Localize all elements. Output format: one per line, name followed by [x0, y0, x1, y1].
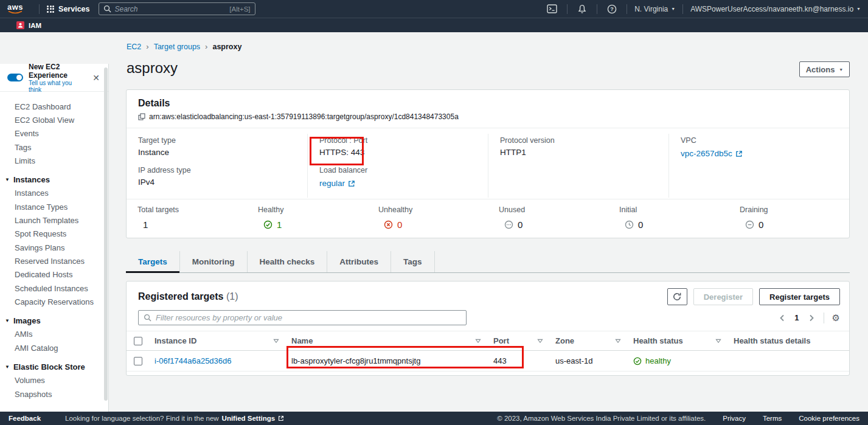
tab-health-checks[interactable]: Health checks: [248, 251, 328, 272]
sidebar-item-amis[interactable]: AMIs: [0, 328, 108, 341]
load-balancer-label: Load balancer: [319, 166, 476, 174]
breadcrumb-separator: ›: [146, 42, 148, 51]
help-button[interactable]: ?: [605, 4, 619, 14]
zone-cell: us-east-1d: [550, 356, 628, 365]
sidebar-item-launch-templates[interactable]: Launch Templates: [0, 213, 108, 227]
tab-attributes[interactable]: Attributes: [327, 251, 391, 272]
sort-icon[interactable]: [615, 339, 621, 344]
stat-total-targets: Total targets 1: [127, 206, 247, 230]
new-experience-toggle[interactable]: [7, 74, 23, 81]
page-title: asproxy: [127, 60, 178, 77]
sidebar-item-capacity-reservations[interactable]: Capacity Reservations: [0, 295, 108, 308]
footer: Feedback Looking for language selection?…: [0, 412, 868, 425]
recent-service-link[interactable]: IAM: [29, 22, 41, 29]
current-page-number[interactable]: 1: [792, 313, 801, 322]
breadcrumb-ec2[interactable]: EC2: [127, 43, 141, 51]
divider: [627, 4, 627, 14]
region-label: N. Virginia: [634, 5, 668, 13]
sidebar-item-instances[interactable]: Instances: [0, 187, 108, 200]
divider: [567, 4, 568, 14]
load-balancer-link[interactable]: regular: [319, 179, 355, 188]
sort-icon[interactable]: [715, 339, 721, 344]
external-link-icon: [735, 150, 743, 157]
protocol-port-value: HTTPS: 443: [319, 148, 476, 157]
notifications-button[interactable]: [575, 4, 589, 14]
table-settings-gear-icon[interactable]: ⚙: [832, 313, 840, 323]
sidebar-item-volumes[interactable]: Volumes: [0, 374, 108, 387]
select-all-checkbox[interactable]: [134, 337, 142, 345]
sidebar-item-snapshots[interactable]: Snapshots: [0, 387, 108, 401]
minus-circle-icon: [745, 220, 754, 229]
sidebar-item-dedicated-hosts[interactable]: Dedicated Hosts: [0, 268, 108, 282]
region-selector[interactable]: N. Virginia ▼: [634, 5, 675, 13]
iam-service-icon[interactable]: [16, 21, 24, 29]
cookie-preferences-link[interactable]: Cookie preferences: [799, 415, 859, 422]
search-icon: [144, 314, 151, 322]
external-link-icon: [278, 415, 284, 421]
filter-input[interactable]: [156, 313, 461, 322]
tab-monitoring[interactable]: Monitoring: [180, 251, 248, 272]
sidebar-item-ec2-dashboard[interactable]: EC2 Dashboard: [0, 100, 108, 113]
column-header-zone[interactable]: Zone: [550, 336, 628, 345]
previous-page-button[interactable]: [778, 313, 786, 323]
sidebar-section-images[interactable]: ▼Images: [0, 314, 108, 327]
unified-settings-link[interactable]: Unified Settings: [222, 415, 276, 422]
sidebar-item-reserved-instances[interactable]: Reserved Instances: [0, 254, 108, 268]
sort-icon[interactable]: [273, 339, 279, 344]
sidebar-nav: EC2 Dashboard EC2 Global View Events Tag…: [0, 92, 108, 401]
privacy-link[interactable]: Privacy: [723, 415, 746, 422]
sidebar-item-instance-types[interactable]: Instance Types: [0, 200, 108, 213]
services-menu[interactable]: Services: [47, 5, 89, 13]
feedback-button[interactable]: Feedback: [9, 415, 41, 422]
sidebar-item-tags[interactable]: Tags: [0, 140, 108, 154]
sort-icon[interactable]: [475, 339, 481, 344]
tab-tags[interactable]: Tags: [391, 251, 435, 272]
sidebar-item-events[interactable]: Events: [0, 127, 108, 140]
search-bar[interactable]: [Alt+S]: [99, 2, 255, 15]
terms-link[interactable]: Terms: [763, 415, 782, 422]
account-label: AWSPowerUserAccess/navaneeth.kn@harness.…: [690, 5, 853, 13]
sidebar-section-elastic-block-store[interactable]: ▼Elastic Block Store: [0, 360, 108, 373]
row-checkbox[interactable]: [134, 357, 142, 365]
deregister-button[interactable]: Deregister: [693, 288, 753, 305]
x-circle-icon: [384, 220, 393, 229]
sidebar-item-ec2-global-view[interactable]: EC2 Global View: [0, 113, 108, 126]
cloudshell-button[interactable]: [544, 4, 560, 13]
sidebar-section-instances[interactable]: ▼Instances: [0, 173, 108, 186]
sidebar-item-savings-plans[interactable]: Savings Plans: [0, 241, 108, 254]
registered-targets-title: Registered targets (1): [138, 291, 238, 302]
actions-button[interactable]: Actions ▼: [799, 61, 850, 77]
target-name-cell: lb-asproxytyler-cfcg8jru1tmmqpntsjtg: [286, 356, 488, 365]
column-header-instance-id[interactable]: Instance ID: [150, 336, 286, 345]
filter-box[interactable]: [138, 310, 467, 325]
chevron-down-icon: ▼: [5, 177, 10, 182]
sidebar-item-limits[interactable]: Limits: [0, 154, 108, 167]
column-header-port[interactable]: Port: [488, 336, 550, 345]
health-status-cell: healthy: [628, 356, 729, 365]
sort-icon[interactable]: [537, 339, 543, 344]
copy-icon[interactable]: [138, 113, 145, 120]
tab-targets[interactable]: Targets: [126, 251, 180, 272]
sidebar-scrollbar[interactable]: [104, 67, 108, 401]
close-icon[interactable]: ✕: [90, 72, 102, 84]
feedback-link[interactable]: Tell us what you think: [29, 80, 85, 93]
new-experience-panel: New EC2 Experience Tell us what you thin…: [0, 64, 108, 92]
register-targets-button[interactable]: Register targets: [759, 288, 840, 305]
refresh-icon: [672, 292, 682, 302]
column-header-health-status[interactable]: Health status: [628, 336, 729, 345]
column-header-health-status-details: Health status details: [729, 336, 849, 345]
sidebar-item-spot-requests[interactable]: Spot Requests: [0, 227, 108, 241]
search-shortcut: [Alt+S]: [229, 5, 250, 13]
search-input[interactable]: [115, 5, 226, 13]
aws-logo[interactable]: aws: [7, 4, 23, 15]
column-header-name[interactable]: Name: [286, 336, 488, 345]
vpc-link[interactable]: vpc-2657db5c: [681, 149, 743, 158]
sidebar: New EC2 Experience Tell us what you thin…: [0, 64, 109, 412]
instance-id-link[interactable]: i-06f1744a6a25d36d6: [150, 356, 286, 365]
account-menu[interactable]: AWSPowerUserAccess/navaneeth.kn@harness.…: [690, 5, 861, 13]
breadcrumb-target-groups[interactable]: Target groups: [154, 43, 200, 51]
refresh-button[interactable]: [667, 288, 687, 305]
next-page-button[interactable]: [807, 313, 816, 323]
sidebar-item-scheduled-instances[interactable]: Scheduled Instances: [0, 282, 108, 295]
sidebar-item-ami-catalog[interactable]: AMI Catalog: [0, 341, 108, 354]
